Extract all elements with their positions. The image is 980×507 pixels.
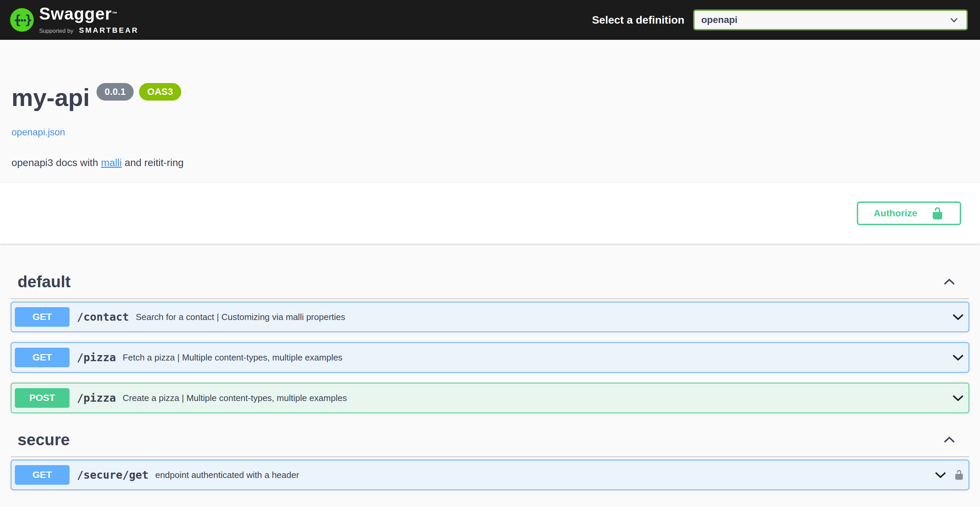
operation-path: /secure/get — [77, 469, 148, 481]
topbar: { } Swagger™ Supported by SMARTBEAR Sele… — [0, 0, 980, 40]
unlock-icon — [954, 468, 964, 481]
section-header-default[interactable]: default — [11, 265, 969, 299]
definition-select-value: openapi — [701, 14, 950, 26]
supported-by-label: Supported by — [39, 28, 73, 34]
definition-select-label: Select a definition — [592, 14, 684, 26]
section-title: secure — [18, 430, 70, 450]
method-badge: GET — [15, 465, 70, 485]
chevron-up-icon — [943, 276, 956, 288]
swagger-logo-icon: { } — [10, 8, 34, 32]
operation-path: /pizza — [77, 392, 116, 404]
logo-title: Swagger™ — [39, 5, 118, 23]
operation-row-post-pizza[interactable]: POST /pizza Create a pizza | Multiple co… — [11, 383, 969, 413]
version-badge: 0.0.1 — [97, 83, 134, 100]
api-title: my-api0.0.1OAS3 — [11, 83, 967, 112]
definition-selector-group: Select a definition openapi — [592, 10, 968, 30]
scheme-container: Authorize — [0, 183, 980, 244]
operation-row-get-contact[interactable]: GET /contact Search for a contact | Cust… — [11, 302, 969, 332]
section-header-secure[interactable]: secure — [11, 423, 969, 457]
method-badge: POST — [15, 388, 70, 408]
operation-description: Search for a contact | Customizing via m… — [136, 312, 951, 322]
operation-row-get-secure-get[interactable]: GET /secure/get endpoint authenticated w… — [11, 460, 969, 490]
chevron-down-icon — [951, 311, 964, 324]
svg-text:}: } — [25, 13, 32, 27]
operation-description: endpoint authenticated with a header — [155, 470, 934, 480]
smartbear-label: SMARTBEAR — [79, 26, 139, 34]
operation-path: /contact — [77, 311, 129, 324]
operation-description: Create a pizza | Multiple content-types,… — [123, 393, 951, 403]
chevron-up-icon — [943, 434, 956, 446]
chevron-down-icon — [934, 469, 947, 481]
section-title: default — [18, 272, 70, 292]
method-badge: GET — [15, 348, 70, 367]
chevron-down-icon — [951, 392, 964, 404]
swagger-logo[interactable]: { } Swagger™ Supported by SMARTBEAR — [10, 5, 139, 34]
unlock-icon — [931, 207, 944, 220]
operation-auth-button[interactable] — [954, 468, 964, 481]
method-badge: GET — [15, 307, 70, 327]
api-info-section: my-api0.0.1OAS3 openapi.json openapi3 do… — [0, 40, 980, 183]
operations-area: default GET /contact Search for a contac… — [0, 265, 980, 507]
authorize-button[interactable]: Authorize — [857, 201, 961, 225]
operation-row-get-pizza[interactable]: GET /pizza Fetch a pizza | Multiple cont… — [11, 342, 969, 373]
oas3-badge: OAS3 — [139, 83, 181, 100]
swagger-ui-page: { } Swagger™ Supported by SMARTBEAR Sele… — [0, 0, 980, 507]
trademark-symbol: ™ — [112, 11, 118, 16]
operation-path: /pizza — [77, 351, 116, 364]
operation-description: Fetch a pizza | Multiple content-types, … — [123, 352, 951, 363]
chevron-down-icon — [951, 351, 964, 364]
definition-select[interactable]: openapi — [693, 10, 968, 30]
chevron-down-icon — [950, 16, 958, 24]
malli-link[interactable]: malli — [101, 157, 122, 168]
api-description: openapi3 docs with malli and reitit-ring — [11, 157, 967, 169]
spec-url-link[interactable]: openapi.json — [11, 127, 65, 138]
